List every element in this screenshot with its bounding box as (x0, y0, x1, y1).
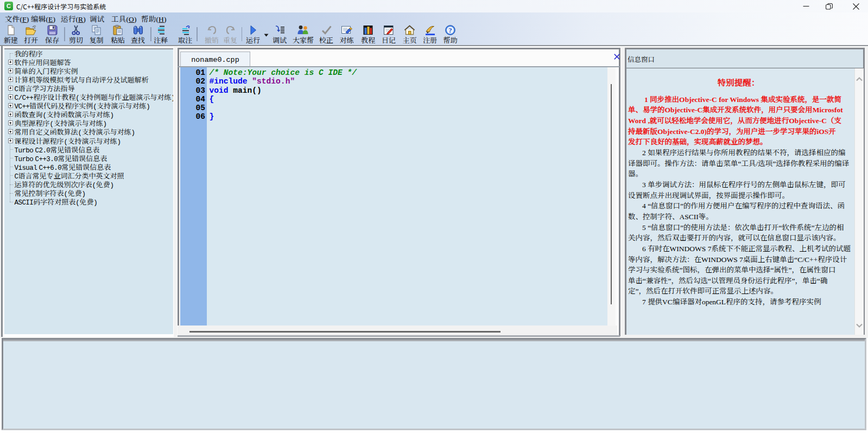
svg-text:?: ? (448, 26, 452, 34)
